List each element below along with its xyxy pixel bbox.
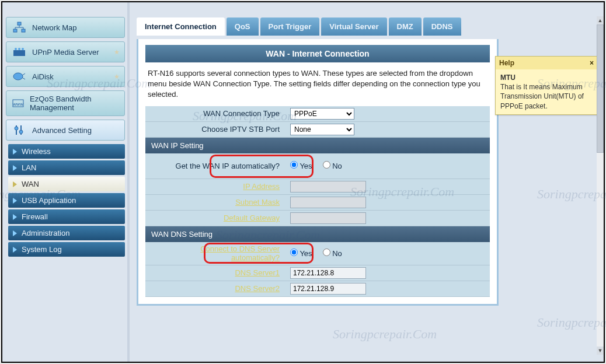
help-heading: MTU bbox=[500, 74, 516, 82]
iptv-label: Choose IPTV STB Port bbox=[145, 123, 285, 136]
close-icon[interactable]: × bbox=[590, 59, 594, 67]
tab-dmz[interactable]: DMZ bbox=[389, 18, 422, 36]
auto-ip-yes[interactable]: Yes bbox=[290, 161, 312, 170]
main-content: Internet Connection QoS Port Trigger Vir… bbox=[130, 2, 604, 362]
sidebar-item-network-map[interactable]: Network Map bbox=[6, 17, 125, 38]
triangle-icon bbox=[13, 230, 17, 236]
sub-item-wan[interactable]: WAN bbox=[8, 177, 125, 191]
svg-point-10 bbox=[15, 127, 18, 130]
auto-ip-label: Get the WAN IP automatically? bbox=[145, 159, 285, 173]
tab-ddns[interactable]: DDNS bbox=[423, 18, 461, 36]
dns2-label[interactable]: DNS Server2 bbox=[145, 282, 285, 295]
ip-address-label[interactable]: IP Address bbox=[145, 180, 285, 193]
dns2-input[interactable] bbox=[290, 283, 366, 295]
aidisk-icon bbox=[11, 70, 27, 83]
auto-dns-yes[interactable]: Yes bbox=[290, 249, 312, 258]
auto-dns-label[interactable]: Connect to DNS Server automatically? bbox=[145, 242, 285, 264]
svg-point-11 bbox=[19, 130, 23, 134]
sidebar-item-aidisk[interactable]: AiDisk ★ bbox=[6, 66, 125, 87]
scroll-track[interactable] bbox=[597, 24, 604, 346]
panel: WAN - Internet Connection RT-N16 support… bbox=[137, 39, 499, 306]
subnet-label[interactable]: Subnet Mask bbox=[145, 195, 285, 209]
svg-point-5 bbox=[18, 48, 20, 50]
section-dns-header: WAN DNS Setting bbox=[145, 226, 490, 242]
auto-ip-no-radio[interactable] bbox=[323, 161, 330, 169]
auto-dns-yes-radio[interactable] bbox=[290, 249, 298, 256]
sub-item-firewall[interactable]: Firewall bbox=[8, 209, 125, 224]
help-body-text: That is It means Maximum Transmission Un… bbox=[500, 83, 584, 110]
triangle-icon bbox=[13, 181, 17, 187]
sidebar-item-label: UPnP Media Server bbox=[32, 48, 99, 57]
auto-ip-yes-radio[interactable] bbox=[290, 161, 298, 169]
svg-rect-0 bbox=[18, 22, 21, 25]
sidebar-item-label: EzQoS Bandwidth Management bbox=[30, 94, 120, 112]
triangle-icon bbox=[13, 149, 17, 155]
auto-dns-no[interactable]: No bbox=[323, 249, 342, 258]
ezqos-icon: www bbox=[11, 97, 25, 110]
subnet-input[interactable] bbox=[290, 197, 366, 208]
ip-address-input[interactable] bbox=[290, 181, 366, 192]
triangle-icon bbox=[13, 214, 17, 220]
sub-item-usb[interactable]: USB Application bbox=[8, 193, 125, 208]
panel-title: WAN - Internet Connection bbox=[145, 45, 490, 62]
upnp-icon bbox=[11, 46, 27, 58]
svg-rect-3 bbox=[13, 50, 25, 56]
svg-rect-1 bbox=[13, 29, 17, 32]
advanced-icon bbox=[11, 124, 27, 136]
wan-type-label: WAN Connection Type bbox=[145, 107, 285, 120]
tab-virtual-server[interactable]: Virtual Server bbox=[321, 18, 386, 36]
sidebar-item-advanced[interactable]: Advanced Setting bbox=[6, 120, 125, 141]
dns1-input[interactable] bbox=[290, 267, 366, 279]
auto-ip-no[interactable]: No bbox=[323, 161, 342, 170]
sidebar-item-ezqos[interactable]: www EzQoS Bandwidth Management bbox=[6, 90, 125, 116]
auto-dns-no-radio[interactable] bbox=[323, 249, 330, 256]
tab-qos[interactable]: QoS bbox=[227, 18, 259, 36]
svg-rect-2 bbox=[22, 29, 25, 32]
sidebar-item-label: Network Map bbox=[32, 23, 77, 32]
dns1-label[interactable]: DNS Server1 bbox=[145, 266, 285, 279]
triangle-icon bbox=[13, 247, 17, 253]
svg-point-7 bbox=[13, 73, 23, 80]
sub-item-lan[interactable]: LAN bbox=[8, 160, 125, 175]
svg-point-4 bbox=[15, 48, 17, 50]
star-icon: ★ bbox=[114, 48, 120, 56]
svg-point-6 bbox=[22, 48, 24, 50]
wan-type-select[interactable]: PPPoE bbox=[290, 108, 354, 120]
panel-description: RT-N16 supports several connection types… bbox=[145, 62, 490, 106]
help-box: Help × MTU That is It means Maximum Tran… bbox=[495, 56, 598, 115]
scroll-thumb[interactable] bbox=[597, 24, 604, 153]
network-map-icon bbox=[11, 21, 27, 34]
sidebar-sublist: Wireless LAN WAN USB Application Firewal… bbox=[8, 144, 125, 257]
sub-item-systemlog[interactable]: System Log bbox=[8, 242, 125, 257]
scroll-down-icon[interactable]: ▼ bbox=[597, 346, 604, 355]
gateway-label[interactable]: Default Gateway bbox=[145, 211, 285, 225]
sidebar-item-upnp[interactable]: UPnP Media Server ★ bbox=[6, 41, 125, 62]
star-icon: ★ bbox=[114, 73, 120, 80]
triangle-icon bbox=[13, 198, 17, 204]
tab-internet-connection[interactable]: Internet Connection bbox=[137, 18, 225, 36]
section-ip-header: WAN IP Setting bbox=[145, 138, 490, 153]
sidebar-item-label: AiDisk bbox=[32, 72, 54, 81]
sidebar-item-label: Advanced Setting bbox=[32, 126, 92, 135]
scroll-up-icon[interactable]: ▲ bbox=[597, 16, 604, 24]
tab-port-trigger[interactable]: Port Trigger bbox=[260, 18, 320, 36]
svg-text:www: www bbox=[12, 102, 23, 107]
sidebar: Network Map UPnP Media Server ★ AiDisk ★… bbox=[2, 2, 130, 362]
sub-item-administration[interactable]: Administration bbox=[8, 226, 125, 240]
sub-item-wireless[interactable]: Wireless bbox=[8, 144, 125, 159]
triangle-icon bbox=[13, 165, 17, 171]
scrollbar[interactable]: ▲ ▼ bbox=[597, 16, 604, 355]
iptv-select[interactable]: None bbox=[290, 124, 354, 135]
gateway-input[interactable] bbox=[290, 212, 366, 224]
tab-bar: Internet Connection QoS Port Trigger Vir… bbox=[137, 18, 599, 36]
help-title: Help bbox=[499, 59, 514, 67]
